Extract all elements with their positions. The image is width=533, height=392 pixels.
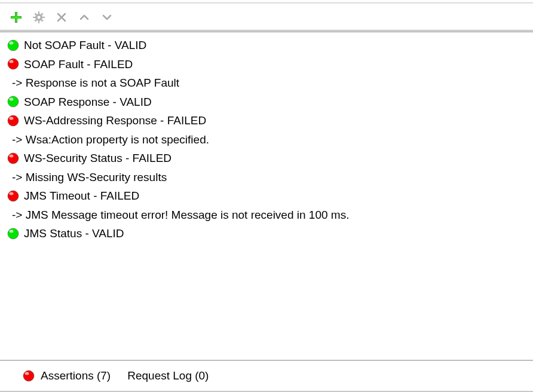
status-orb-failed bbox=[7, 115, 19, 127]
assertion-row[interactable]: JMS Timeout - FAILED bbox=[5, 186, 528, 206]
assertion-label: JMS Status - VALID bbox=[24, 225, 124, 242]
assertion-row[interactable]: SOAP Response - VALID bbox=[5, 93, 528, 112]
assertion-row[interactable]: WS-Security Status - FAILED bbox=[5, 149, 528, 168]
remove-button[interactable] bbox=[55, 11, 68, 24]
tab-assertions[interactable]: Assertions (7) bbox=[23, 369, 111, 382]
svg-point-16 bbox=[8, 40, 19, 51]
remove-icon bbox=[57, 13, 66, 22]
svg-point-18 bbox=[8, 59, 19, 69]
assertion-label: JMS Timeout - FAILED bbox=[24, 188, 139, 204]
gear-icon bbox=[33, 11, 45, 23]
svg-point-17 bbox=[10, 41, 14, 44]
assertion-row[interactable]: Not SOAP Fault - VALID bbox=[5, 36, 528, 55]
svg-point-21 bbox=[10, 98, 14, 101]
tab-assertions-label: Assertions (7) bbox=[41, 369, 111, 382]
svg-point-13 bbox=[38, 16, 41, 19]
assertion-label: SOAP Fault - FAILED bbox=[24, 56, 133, 73]
status-orb-valid bbox=[7, 96, 19, 108]
status-orb-valid bbox=[7, 39, 19, 51]
svg-point-28 bbox=[8, 228, 19, 239]
assertion-row[interactable]: WS-Addressing Response - FAILED bbox=[5, 111, 528, 130]
svg-rect-3 bbox=[11, 17, 21, 18]
assertion-label: SOAP Response - VALID bbox=[24, 94, 152, 111]
assertion-detail: -> Missing WS-Security results bbox=[5, 168, 528, 187]
move-up-button[interactable] bbox=[78, 11, 91, 24]
svg-point-26 bbox=[8, 191, 19, 201]
svg-point-30 bbox=[23, 370, 34, 381]
svg-point-19 bbox=[10, 60, 14, 63]
assertion-label: WS-Security Status - FAILED bbox=[24, 150, 171, 167]
svg-rect-7 bbox=[33, 17, 35, 18]
assertion-list: Not SOAP Fault - VALIDSOAP Fault - FAILE… bbox=[0, 32, 533, 361]
settings-button[interactable] bbox=[32, 11, 45, 24]
svg-point-31 bbox=[25, 372, 29, 375]
assertion-label: Not SOAP Fault - VALID bbox=[24, 37, 146, 54]
move-down-button[interactable] bbox=[100, 11, 114, 24]
chevron-up-icon bbox=[79, 13, 89, 22]
assertion-row[interactable]: SOAP Fault - FAILED bbox=[5, 55, 528, 74]
tab-request-log-label: Request Log (0) bbox=[127, 369, 209, 382]
svg-point-25 bbox=[10, 155, 14, 158]
status-orb-failed bbox=[7, 58, 19, 70]
status-orb bbox=[23, 370, 35, 382]
add-button[interactable] bbox=[10, 11, 23, 24]
status-orb-failed bbox=[7, 152, 19, 164]
svg-point-27 bbox=[10, 192, 14, 195]
svg-point-20 bbox=[8, 96, 19, 107]
status-orb-failed bbox=[7, 190, 19, 202]
svg-point-24 bbox=[8, 153, 19, 164]
assertion-detail: -> Response is not a SOAP Fault bbox=[5, 74, 528, 93]
tab-bar: Assertions (7) Request Log (0) bbox=[0, 361, 533, 392]
svg-rect-6 bbox=[38, 21, 39, 23]
status-orb-valid bbox=[7, 228, 19, 240]
assertion-label: WS-Addressing Response - FAILED bbox=[24, 112, 206, 129]
tab-request-log[interactable]: Request Log (0) bbox=[127, 369, 209, 382]
svg-point-29 bbox=[10, 230, 14, 233]
assertion-detail: -> Wsa:Action property is not specified. bbox=[5, 130, 528, 149]
toolbar bbox=[0, 4, 533, 30]
svg-point-22 bbox=[8, 115, 19, 126]
svg-rect-8 bbox=[42, 17, 45, 18]
assertion-detail: -> JMS Message timeout error! Message is… bbox=[5, 206, 528, 225]
add-icon bbox=[10, 11, 22, 23]
chevron-down-icon bbox=[102, 13, 112, 22]
svg-rect-5 bbox=[38, 11, 39, 14]
assertion-row[interactable]: JMS Status - VALID bbox=[5, 224, 528, 243]
svg-point-23 bbox=[10, 117, 14, 120]
